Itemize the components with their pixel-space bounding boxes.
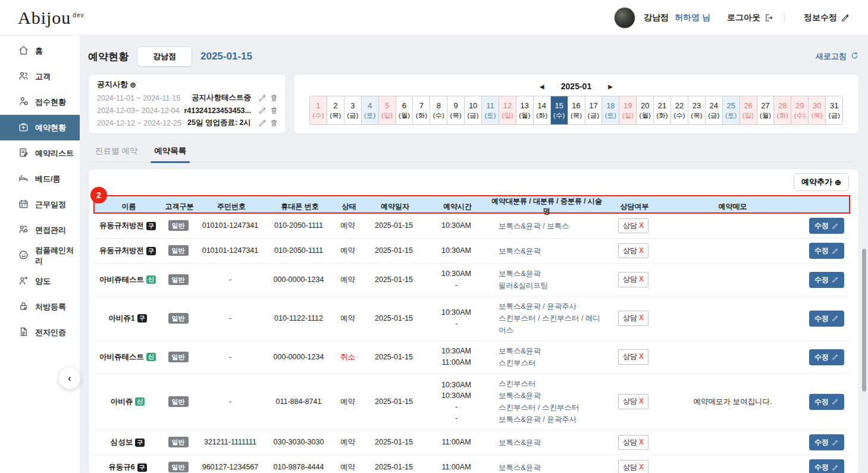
calendar-day-2[interactable]: 2(목) (327, 96, 344, 124)
pencil-icon (832, 315, 839, 322)
notice-delete-icon[interactable] (270, 106, 278, 115)
sidebar-item-2[interactable]: 고객 (0, 64, 80, 89)
notice-delete-icon[interactable] (270, 93, 278, 102)
sidebar-item-7[interactable]: 근무일정 (0, 192, 80, 217)
edit-button[interactable]: 수정 (809, 459, 844, 473)
notice-edit-icon[interactable] (258, 93, 267, 102)
sidebar-item-1[interactable]: 홈 (0, 38, 80, 64)
reservation-time: 10:30AM - (424, 307, 489, 330)
calendar-day-21[interactable]: 21(화) (654, 96, 671, 124)
phone-number: 011-884-8741 (266, 396, 331, 407)
calendar-day-24[interactable]: 24(금) (706, 96, 723, 124)
calendar-day-5[interactable]: 5(일) (379, 96, 396, 124)
certificate-icon (18, 326, 29, 339)
calendar-day-16[interactable]: 16(목) (568, 96, 585, 124)
calendar-day-18[interactable]: 18(토) (602, 96, 619, 124)
calendar-day-23[interactable]: 23(목) (688, 96, 706, 124)
consult-status-badge[interactable]: 상담X (618, 311, 648, 325)
sidebar-item-5[interactable]: 예약리스트 (0, 140, 80, 166)
calendar-day-3[interactable]: 3(금) (344, 96, 362, 124)
calendar-day-7[interactable]: 7(화) (413, 96, 430, 124)
pencil-icon (832, 398, 839, 405)
calendar-day-20[interactable]: 20(월) (637, 96, 654, 124)
top-bar: Abijoudev 강남점 허하영 님 로그아웃 정보수정 (0, 0, 868, 36)
edit-button[interactable]: 수정 (809, 394, 844, 410)
calendar-day-27[interactable]: 27(월) (757, 96, 775, 124)
add-notice-icon[interactable]: ⊕ (130, 80, 136, 89)
calendar-day-29[interactable]: 29(수) (791, 96, 809, 124)
notice-delete-icon[interactable] (270, 118, 278, 127)
consult-status-badge[interactable]: 상담X (618, 349, 648, 364)
table-row: 심성보구 일반 321211-1111111 030-3030-3030 예약 … (93, 430, 850, 455)
sidebar-item-12[interactable]: 전자인증 (0, 319, 80, 345)
calendar-prev-icon[interactable]: ◀ (540, 83, 544, 90)
sidebar-item-3[interactable]: 접수현황 (0, 89, 80, 115)
calendar-day-14[interactable]: 14(화) (534, 96, 551, 124)
calendar-day-17[interactable]: 17(금) (585, 96, 603, 124)
add-reservation-button[interactable]: 예약추가 ⊕ (794, 173, 849, 191)
notice-edit-icon[interactable] (258, 118, 267, 127)
calendar-day-10[interactable]: 10(금) (465, 96, 482, 124)
calendar-day-15[interactable]: 15(수) (551, 96, 568, 124)
calendar-day-26[interactable]: 26(일) (740, 96, 757, 124)
edit-info-button[interactable]: 정보수정 (804, 12, 850, 23)
consult-status-badge[interactable]: 상담X (618, 435, 648, 450)
sidebar-item-9[interactable]: 컴플레인처리 (0, 243, 80, 268)
consult-status-badge[interactable]: 상담X (618, 460, 648, 473)
sidebar-collapse-button[interactable]: ‹ (59, 368, 80, 389)
consult-status-badge[interactable]: 상담X (618, 218, 648, 233)
refresh-button[interactable]: 새로고침 (816, 51, 859, 62)
notice-title: 공지사항 (97, 79, 128, 90)
calendar-day-9[interactable]: 9(목) (447, 96, 465, 124)
column-header: 휴대폰 번호 (267, 202, 333, 212)
branch-selector-button[interactable]: 강남점 (137, 46, 192, 67)
calendar-day-13[interactable]: 13(월) (516, 96, 534, 124)
edit-button[interactable]: 수정 (809, 434, 844, 450)
calendar-day-4[interactable]: 4(토) (362, 96, 379, 124)
table-row: 아비쥬테스트신 일반 - 000-0000-1234 예약 2025-01-15… (93, 264, 850, 296)
calendar-day-25[interactable]: 25(토) (723, 96, 740, 124)
divider (784, 13, 785, 23)
edit-label: 수정 (814, 352, 829, 362)
calendar-day-11[interactable]: 11(토) (482, 96, 499, 124)
sidebar-item-10[interactable]: 양도 (0, 268, 80, 294)
edit-button[interactable]: 수정 (809, 349, 844, 365)
tab-1[interactable]: 진료별 예약 (94, 142, 139, 162)
treatment-category: 보톡스&윤곽 (489, 462, 602, 473)
edit-button[interactable]: 수정 (809, 272, 844, 288)
consult-status-badge[interactable]: 상담X (618, 243, 648, 258)
sidebar-item-8[interactable]: 면접관리 (0, 217, 80, 243)
reservation-time: 11:00AM (424, 437, 489, 448)
edit-button[interactable]: 수정 (809, 243, 844, 259)
logout-button[interactable]: 로그아웃 (727, 12, 773, 23)
calendar-day-19[interactable]: 19(일) (619, 96, 637, 124)
edit-button[interactable]: 수정 (809, 311, 844, 327)
calendar-day-22[interactable]: 22(수) (671, 96, 688, 124)
calendar-day-1[interactable]: 1(수) (310, 96, 327, 124)
calendar-day-6[interactable]: 6(월) (396, 96, 413, 124)
sidebar-item-6[interactable]: 베드/룸 (0, 166, 80, 192)
vertical-scrollbar[interactable] (862, 249, 866, 391)
reservation-date: 2025-01-15 (364, 462, 424, 472)
annotation-badge: 2 (90, 187, 107, 203)
consult-status-badge[interactable]: 상담X (618, 394, 648, 409)
consult-status-badge[interactable]: 상담X (618, 272, 648, 287)
calendar-day-30[interactable]: 30(목) (809, 96, 826, 124)
calendar-day-28[interactable]: 28(화) (774, 96, 791, 124)
calendar-next-icon[interactable]: ▶ (608, 83, 613, 90)
calendar-day-31[interactable]: 31(금) (826, 96, 842, 124)
customer-new-old-badge: 구 (137, 314, 147, 322)
edit-button[interactable]: 수정 (809, 218, 844, 234)
notice-edit-icon[interactable] (258, 106, 267, 115)
column-header: 고객구분 (163, 202, 196, 212)
calendar-day-12[interactable]: 12(일) (499, 96, 516, 124)
calendar-day-8[interactable]: 8(수) (430, 96, 447, 124)
reservation-memo: 예약메모가 보여집니다. (665, 396, 801, 407)
sidebar-item-11[interactable]: 처방등록 (0, 294, 80, 319)
brand-logo-suffix: dev (73, 12, 84, 18)
reservation-status: 예약 (331, 437, 364, 447)
notice-text: r41324123453453... (180, 106, 251, 115)
notice-period: 2024-12-12 ~ 2024-12-25 (97, 119, 181, 127)
tab-2[interactable]: 예약목록 (153, 142, 187, 162)
sidebar-item-4[interactable]: 예약현황 (0, 115, 80, 140)
